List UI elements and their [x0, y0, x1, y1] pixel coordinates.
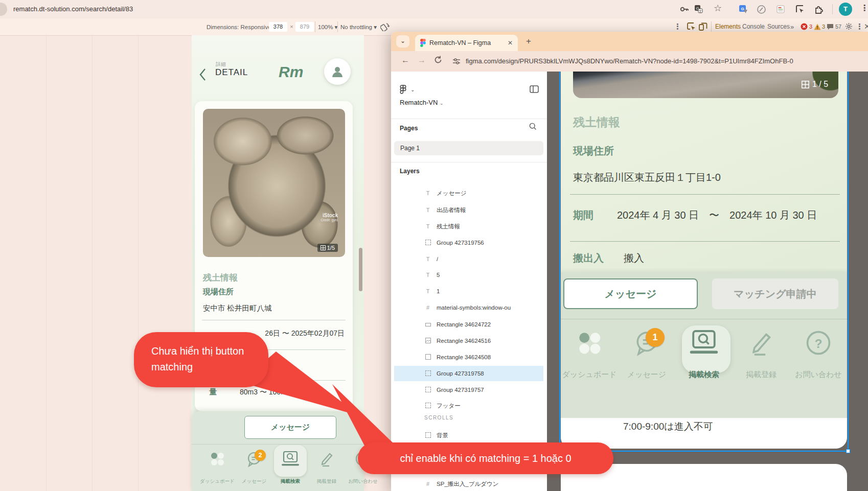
- back-chevron-icon[interactable]: [199, 68, 206, 83]
- layer-row[interactable]: Group 427319756: [394, 235, 543, 250]
- tab-sources[interactable]: Sources: [767, 23, 790, 30]
- layer-row[interactable]: Rectangle 34624722: [394, 317, 543, 332]
- warning-icon[interactable]: [814, 23, 821, 32]
- site-settings-icon[interactable]: [452, 57, 461, 67]
- translate-icon[interactable]: G文: [694, 5, 703, 15]
- extensions-puzzle-icon[interactable]: [814, 5, 824, 15]
- svg-text:G: G: [741, 7, 744, 11]
- figma-tab[interactable]: Rematch-VN – Figma ✕: [415, 35, 518, 51]
- text-layer-icon: T: [424, 272, 431, 278]
- file-name[interactable]: Rematch-VN ⌄: [400, 99, 444, 106]
- back-icon[interactable]: ←: [401, 56, 409, 65]
- tab-console[interactable]: Console: [742, 23, 765, 30]
- divider: [570, 194, 840, 195]
- svg-text:文: 文: [699, 9, 702, 13]
- pages-header[interactable]: Pages: [400, 125, 418, 132]
- tab-search-chevron-button[interactable]: ⌄: [396, 35, 409, 48]
- carry-value: 搬入: [624, 251, 644, 265]
- design-frame-detail[interactable]: 1 / 5 残土情報 現場住所 東京都品川区東五反田１丁目1-0 期間 2024…: [561, 72, 847, 449]
- selection-handle[interactable]: [846, 449, 850, 453]
- layer-row[interactable]: Tメッセージ: [394, 185, 543, 201]
- nav-item-search-listings[interactable]: 掲載検索: [273, 446, 308, 489]
- nav-item-search-listings[interactable]: 掲載検索: [676, 323, 732, 385]
- listing-photo[interactable]: iStock Credit: gyro 1/5: [203, 109, 345, 257]
- selector-extension-icon[interactable]: [796, 5, 805, 15]
- image-counter-badge[interactable]: 1/5: [317, 244, 338, 252]
- layer-row-selected[interactable]: Group 427319758: [394, 366, 543, 381]
- edit-extension-icon[interactable]: [757, 5, 766, 15]
- warning-count: 3: [822, 24, 825, 30]
- passwords-key-icon[interactable]: [680, 5, 689, 15]
- forward-icon[interactable]: →: [418, 56, 426, 65]
- tab-close-icon[interactable]: ✕: [508, 39, 513, 46]
- layer-row[interactable]: Rectangle 34624508: [394, 349, 543, 365]
- devtools-menu-icon[interactable]: ⋮: [856, 22, 863, 31]
- profile-avatar[interactable]: T: [839, 3, 852, 16]
- nav-item-dashboard[interactable]: ダッシュボード: [561, 323, 618, 385]
- bookmark-star-icon[interactable]: ☆: [714, 4, 722, 12]
- browser-menu-icon[interactable]: ⋮: [860, 4, 868, 12]
- layer-row[interactable]: T/: [394, 251, 543, 267]
- group-layer-icon: [424, 403, 431, 409]
- volume-value: 80m3 〜 100m3: [240, 388, 291, 397]
- issues-icon[interactable]: [827, 23, 834, 32]
- layer-row[interactable]: 背景: [394, 428, 543, 443]
- note-text: 7:00-9:00は進入不可: [623, 420, 713, 433]
- layer-row[interactable]: T5: [394, 267, 543, 283]
- layer-row[interactable]: T1: [394, 284, 543, 299]
- rotate-viewport-icon[interactable]: [380, 22, 390, 33]
- matching-button-disabled[interactable]: マッチング申請中: [712, 278, 838, 309]
- profile-button[interactable]: [324, 58, 351, 85]
- layer-row[interactable]: フッター: [394, 398, 543, 413]
- selection-outline-left: [559, 72, 560, 452]
- page-item[interactable]: Page 1: [394, 141, 543, 155]
- design-photo: 1 / 5: [573, 72, 838, 98]
- notes-extension-icon[interactable]: [776, 5, 785, 15]
- figma-canvas[interactable]: 1 / 5 残土情報 現場住所 東京都品川区東五反田１丁目1-0 期間 2024…: [547, 72, 868, 491]
- search-icon[interactable]: [529, 123, 537, 132]
- nav-item-messages[interactable]: メッセージ: [237, 446, 271, 489]
- nav-item-register-listing[interactable]: 掲載登録: [309, 446, 344, 489]
- design-footer-group[interactable]: メッセージ マッチング申請中 ダッシュボード メッセージ: [561, 272, 847, 418]
- url-text[interactable]: rematch.dt-solution.com/search/detail/83: [13, 5, 133, 13]
- dimensions-select[interactable]: Dimensions: Responsive ▾: [207, 24, 276, 31]
- layers-header[interactable]: Layers: [400, 168, 420, 175]
- scrollbar-thumb[interactable]: [359, 248, 362, 291]
- figma-url-text[interactable]: figma.com/design/PRURS3bkILVmWJQs8DNYwo/…: [466, 57, 793, 65]
- layer-row[interactable]: Rectangle 34624516: [394, 333, 543, 348]
- layer-row[interactable]: T残土情報: [394, 219, 543, 234]
- panel-toggle-icon[interactable]: [530, 85, 539, 95]
- layer-row[interactable]: T出品者情報: [394, 202, 543, 218]
- nav-item-contact[interactable]: ? お問い合わせ: [790, 323, 847, 385]
- scrolls-section-header: SCROLLS: [424, 415, 453, 420]
- dashboard-icon: [575, 329, 604, 359]
- nav-item-dashboard[interactable]: ダッシュボード: [200, 446, 235, 489]
- app-bottom-panel: メッセージ ダッシュボード メッセージ 掲載検索 掲載登録 ? お問い: [192, 411, 364, 491]
- figma-main-menu-icon[interactable]: [400, 85, 406, 97]
- menu-chevron-icon[interactable]: ⌄: [410, 87, 415, 92]
- devtools-close-icon[interactable]: ✕: [864, 22, 868, 31]
- layer-row[interactable]: #SP_搬出入_プルダウン: [394, 476, 543, 491]
- viewport-height-input[interactable]: 879: [295, 22, 314, 32]
- grid-icon: [321, 245, 326, 250]
- new-tab-icon[interactable]: +: [526, 36, 531, 46]
- zoom-select[interactable]: 100% ▾: [318, 24, 337, 31]
- viewport-width-input[interactable]: 378: [269, 22, 287, 32]
- layer-row[interactable]: Group 427319757: [394, 382, 543, 398]
- group-layer-icon: [424, 387, 431, 393]
- message-button[interactable]: メッセージ: [563, 278, 698, 309]
- message-count-badge: 2: [255, 450, 266, 461]
- divider: [711, 21, 712, 32]
- devtools-toolbar-menu-icon[interactable]: ⋮: [674, 22, 681, 31]
- throttling-select[interactable]: No throttling ▾: [340, 24, 377, 31]
- rectangle-layer-icon: [424, 321, 431, 328]
- layer-row[interactable]: #material-symbols:window-ou: [394, 300, 543, 315]
- message-button[interactable]: メッセージ: [244, 416, 336, 439]
- google-translate-extension-icon[interactable]: G: [739, 5, 748, 15]
- laptop-search-icon: [688, 329, 720, 360]
- nav-item-register-listing[interactable]: 掲載登録: [733, 323, 789, 385]
- devtools-settings-gear-icon[interactable]: [845, 22, 853, 32]
- error-icon[interactable]: [801, 23, 808, 32]
- reload-icon[interactable]: [434, 56, 442, 66]
- more-tabs-chevron[interactable]: »: [790, 23, 794, 31]
